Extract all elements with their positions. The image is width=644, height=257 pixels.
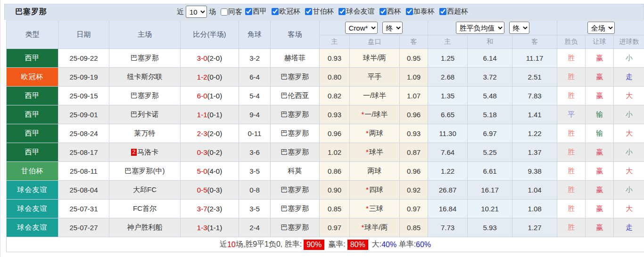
home-win-odds: 1.35 xyxy=(428,87,468,105)
away-team-name[interactable]: 巴塞罗那 xyxy=(281,72,309,80)
away-team-name[interactable]: 科莫 xyxy=(288,167,302,175)
score-cell[interactable]: 1-3(1-1) xyxy=(181,218,239,237)
wdl-avg-select[interactable]: 胜平负均值 xyxy=(456,22,504,34)
away-team-name[interactable]: 巴塞罗那 xyxy=(281,148,309,156)
fulltime-score: 0-3 xyxy=(197,148,207,156)
bookmaker-select[interactable]: Crow* xyxy=(345,22,378,34)
summary-seg4: 大: xyxy=(372,240,381,249)
home-team-cell[interactable]: 巴塞罗那 xyxy=(109,87,181,105)
scope-select[interactable]: 全场 xyxy=(587,22,615,34)
competition-checkbox[interactable] xyxy=(305,8,312,15)
score-cell[interactable]: 6-0(1-0) xyxy=(181,87,239,105)
away-team-cell[interactable]: 巴塞罗那 xyxy=(271,68,320,87)
match-date: 25-08-24 xyxy=(58,124,109,143)
competition-filter[interactable]: 球会友谊 xyxy=(337,7,374,16)
match-row[interactable]: 欧冠杯 25-09-19 纽卡斯尔联 1-2(0-0) 6-4 巴塞罗那 0.8… xyxy=(7,68,644,87)
home-team-cell[interactable]: FC首尔 xyxy=(109,200,181,218)
col-type: 类型 xyxy=(7,21,58,49)
same-away-checkbox[interactable] xyxy=(221,8,228,16)
home-team-name[interactable]: 纽卡斯尔联 xyxy=(127,72,163,80)
competition-checkbox[interactable] xyxy=(406,8,413,15)
fulltime-score: 0-5 xyxy=(197,186,207,194)
competition-badge: 球会友谊 xyxy=(7,200,58,218)
underdog-star: * xyxy=(366,129,369,137)
score-cell[interactable]: 1-2(0-0) xyxy=(181,68,239,87)
away-team-name[interactable]: 巴塞罗那 xyxy=(281,129,309,137)
home-team-cell[interactable]: 巴列卡诺 xyxy=(109,105,181,124)
match-row[interactable]: 球会友谊 25-08-04 大邱FC 0-5(0-3) 0-8 巴塞罗那 0.9… xyxy=(7,181,644,200)
away-team-cell[interactable]: 巴塞罗那 xyxy=(271,181,320,200)
fulltime-score: 5-0 xyxy=(197,167,207,175)
competition-filter[interactable]: 甘伯杯 xyxy=(303,7,334,16)
away-team-cell[interactable]: 巴塞罗那 xyxy=(271,105,320,124)
score-cell[interactable]: 5-0(4-0) xyxy=(181,162,239,181)
away-team-name[interactable]: 巴塞罗那 xyxy=(281,185,309,193)
away-team-cell[interactable]: 赫塔菲 xyxy=(271,49,320,68)
home-team-name[interactable]: 巴塞罗那 xyxy=(131,91,159,99)
home-team-name[interactable]: FC首尔 xyxy=(133,204,157,212)
fulltime-score: 1-2 xyxy=(197,73,207,81)
score-cell[interactable]: 3-7(2-3) xyxy=(181,200,239,218)
result-handicap: 赢 xyxy=(586,200,614,218)
away-team-name[interactable]: 巴塞罗那 xyxy=(281,204,309,212)
away-team-name[interactable]: 巴伦西亚 xyxy=(281,91,309,99)
match-row[interactable]: 西甲 25-09-15 巴塞罗那 6-0(1-0) 5-4 巴伦西亚 0.82 … xyxy=(7,87,644,105)
home-team-cell[interactable]: 巴塞罗那(中) xyxy=(109,162,181,181)
score-cell[interactable]: 0-5(0-3) xyxy=(181,181,239,200)
home-team-cell[interactable]: 神户胜利船 xyxy=(109,218,181,237)
competition-filter[interactable]: 西甲 xyxy=(243,7,267,16)
home-team-name[interactable]: 巴列卡诺 xyxy=(131,110,159,118)
competition-checkbox[interactable] xyxy=(245,8,252,15)
score-cell[interactable]: 1-1(0-1) xyxy=(181,105,239,124)
handicap-line-cell: *平手 xyxy=(350,68,400,87)
away-team-name[interactable]: 巴塞罗那 xyxy=(281,223,309,231)
away-team-cell[interactable]: 巴伦西亚 xyxy=(271,87,320,105)
home-team-name[interactable]: 马洛卡 xyxy=(137,148,158,156)
competition-filter[interactable]: 加泰杯 xyxy=(404,7,435,16)
handicap-line-cell: *两球 xyxy=(350,162,400,181)
score-cell[interactable]: 0-3(0-2) xyxy=(181,143,239,162)
away-team-cell[interactable]: 巴塞罗那 xyxy=(271,200,320,218)
home-team-cell[interactable]: 2马洛卡 xyxy=(109,143,181,162)
score-cell[interactable]: 2-3(2-0) xyxy=(181,124,239,143)
match-row[interactable]: 西甲 25-09-01 巴列卡诺 1-1(0-1) 9-4 巴塞罗那 0.93 … xyxy=(7,105,644,124)
competition-filter[interactable]: 西超杯 xyxy=(438,7,468,16)
wdl-time-select[interactable]: 终 xyxy=(509,22,529,34)
away-team-cell[interactable]: 巴塞罗那 xyxy=(271,143,320,162)
recent-count-select[interactable]: 10 xyxy=(186,6,207,18)
same-away-label: 同客 xyxy=(228,8,242,16)
home-team-name[interactable]: 神户胜利船 xyxy=(127,223,163,231)
bookmaker-time-select[interactable]: 终 xyxy=(382,22,403,34)
match-row[interactable]: 西甲 25-08-24 莱万特 2-3(2-0) 0-11 巴塞罗那 0.96 … xyxy=(7,124,644,143)
competition-filter[interactable]: 西杯 xyxy=(378,7,401,16)
home-team-name[interactable]: 大邱FC xyxy=(133,185,157,193)
match-row[interactable]: 西甲 25-09-22 巴塞罗那 3-0(2-0) 3-2 赫塔菲 0.93 *… xyxy=(7,49,644,68)
home-team-cell[interactable]: 纽卡斯尔联 xyxy=(109,68,181,87)
competition-checkbox[interactable] xyxy=(439,8,446,15)
match-row[interactable]: 球会友谊 25-07-27 神户胜利船 1-3(1-1) 2-4 巴塞罗那 0.… xyxy=(7,218,644,237)
home-team-name[interactable]: 巴塞罗那 xyxy=(131,54,159,62)
home-team-name[interactable]: 莱万特 xyxy=(134,129,156,137)
home-team-cell[interactable]: 大邱FC xyxy=(109,181,181,200)
competition-checkbox[interactable] xyxy=(380,8,387,15)
score-cell[interactable]: 3-0(2-0) xyxy=(181,49,239,68)
match-date: 25-09-19 xyxy=(58,68,109,87)
result-goals: 大 xyxy=(614,162,644,181)
away-team-name[interactable]: 赫塔菲 xyxy=(284,54,305,62)
competition-checkbox[interactable] xyxy=(339,8,346,15)
away-team-cell[interactable]: 科莫 xyxy=(271,162,320,181)
match-row[interactable]: 甘伯杯 25-08-11 巴塞罗那(中) 5-0(4-0) 3-5 科莫 0.8… xyxy=(7,162,644,181)
away-team-cell[interactable]: 巴塞罗那 xyxy=(271,218,320,237)
competition-filter[interactable]: 欧冠杯 xyxy=(270,7,300,16)
away-team-cell[interactable]: 巴塞罗那 xyxy=(271,124,320,143)
same-away-toggle[interactable]: 同客 xyxy=(219,8,242,16)
home-team-cell[interactable]: 巴塞罗那 xyxy=(109,49,181,68)
draw-odds: 6.14 xyxy=(468,49,512,68)
away-team-name[interactable]: 巴塞罗那 xyxy=(281,110,309,118)
match-row[interactable]: 球会友谊 25-07-31 FC首尔 3-7(2-3) 3-5 巴塞罗那 0.8… xyxy=(7,200,644,218)
competition-checkbox[interactable] xyxy=(272,8,279,15)
home-team-cell[interactable]: 莱万特 xyxy=(109,124,181,143)
match-table-body: 西甲 25-09-22 巴塞罗那 3-0(2-0) 3-2 赫塔菲 0.93 *… xyxy=(7,49,644,237)
home-team-name[interactable]: 巴塞罗那(中) xyxy=(125,167,165,175)
match-row[interactable]: 西甲 25-08-17 2马洛卡 0-3(0-2) 3-6 巴塞罗那 1.02 … xyxy=(7,143,644,162)
